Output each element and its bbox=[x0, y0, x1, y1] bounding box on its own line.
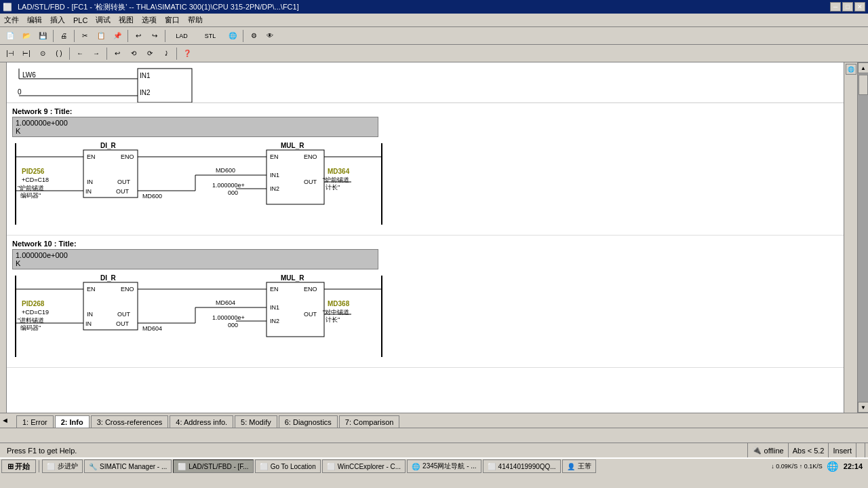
maximize-button[interactable]: □ bbox=[842, 2, 853, 12]
network-10-fbd: DI_R EN ENO IN OUT MUL_R EN ENO IN1 OUT … bbox=[12, 272, 399, 360]
taskbar-item-8-label: 王芾 bbox=[578, 462, 591, 471]
compile-btn[interactable]: LAD bbox=[168, 29, 195, 43]
tab-info[interactable]: 2: Info bbox=[55, 415, 90, 428]
tb2-btn7[interactable]: ↩ bbox=[110, 46, 125, 61]
scroll-thumb[interactable] bbox=[859, 75, 868, 95]
taskbar-item-3-label: LAD/STL/FBD - [F... bbox=[189, 463, 248, 470]
scroll-track[interactable] bbox=[858, 73, 868, 402]
menu-help[interactable]: 帮助 bbox=[184, 14, 207, 26]
network-icon[interactable]: 🌐 bbox=[846, 64, 856, 75]
taskbar-item-7[interactable]: ⬜ 41414019990QQ... bbox=[483, 459, 561, 473]
stl-btn[interactable]: STL bbox=[197, 29, 224, 43]
taskbar-item-6[interactable]: 🌐 2345网址导航 - ... bbox=[407, 459, 481, 473]
start-button[interactable]: ⊞ 开始 bbox=[1, 459, 36, 473]
sep5 bbox=[243, 30, 243, 42]
svg-text:1.000000e+: 1.000000e+ bbox=[212, 182, 245, 189]
online-btn[interactable]: 🌐 bbox=[225, 29, 240, 43]
taskbar-item-5[interactable]: ⬜ WinCCExplorer - C... bbox=[322, 459, 406, 473]
taskbar-item-1[interactable]: ⬜ 步进炉 bbox=[42, 459, 83, 473]
tab-comparison[interactable]: 7: Comparison bbox=[339, 415, 400, 428]
left-panel bbox=[0, 62, 7, 413]
svg-text:OUT: OUT bbox=[116, 320, 130, 327]
network-10-header: Network 10 : Title: bbox=[12, 240, 838, 248]
taskbar-item-2[interactable]: 🔧 SIMATIC Manager - ... bbox=[84, 459, 172, 473]
network-9-comment: 1.000000e+000 K bbox=[12, 117, 378, 137]
tb2-btn10[interactable]: ⤸ bbox=[159, 46, 174, 61]
menu-file[interactable]: 文件 bbox=[0, 14, 23, 26]
vertical-scrollbar[interactable]: ▲ ▼ bbox=[857, 62, 868, 413]
tb2-btn1[interactable]: |⊣ bbox=[3, 46, 18, 61]
tab-modify[interactable]: 5: Modify bbox=[235, 415, 277, 428]
svg-text:MD604: MD604 bbox=[216, 299, 235, 306]
undo-btn[interactable]: ↩ bbox=[131, 29, 146, 43]
tb2-btn6[interactable]: → bbox=[89, 46, 104, 61]
redo-btn[interactable]: ↪ bbox=[147, 29, 162, 43]
partial-top-network: LW6 IN1 0 IN2 bbox=[7, 62, 844, 103]
minimize-button[interactable]: ─ bbox=[830, 2, 841, 12]
editor-area[interactable]: LW6 IN1 0 IN2 Network 9 : Title: 1.00000… bbox=[7, 62, 844, 413]
tb2-btn5[interactable]: ← bbox=[73, 46, 87, 61]
svg-text:OUT: OUT bbox=[304, 311, 317, 318]
taskbar-item-7-icon: ⬜ bbox=[488, 463, 496, 470]
debug-btn[interactable]: ⚙ bbox=[246, 29, 261, 43]
svg-text:MD368: MD368 bbox=[328, 300, 350, 307]
taskbar-item-8[interactable]: 👤 王芾 bbox=[562, 459, 596, 473]
close-button[interactable]: ✕ bbox=[854, 2, 865, 12]
svg-text:EN: EN bbox=[270, 153, 279, 160]
tab-error[interactable]: 1: Error bbox=[16, 415, 54, 428]
menu-options[interactable]: 选项 bbox=[138, 14, 161, 26]
tb2-btn9[interactable]: ⟳ bbox=[142, 46, 157, 61]
tb2-btn3[interactable]: ⊙ bbox=[35, 46, 50, 61]
sep2 bbox=[74, 30, 75, 42]
status-bar: Press F1 to get Help. 🔌 offline Abs < 5.… bbox=[0, 443, 868, 457]
title-text: LAD/STL/FBD - [FC1 - '检测转换' -- THLA\SIMA… bbox=[18, 2, 299, 12]
menu-debug[interactable]: 调试 bbox=[92, 14, 115, 26]
svg-text:MD600: MD600 bbox=[216, 167, 235, 174]
svg-text:编码器": 编码器" bbox=[20, 192, 41, 199]
taskbar-item-3[interactable]: ⬜ LAD/STL/FBD - [F... bbox=[173, 459, 253, 473]
svg-text:ENO: ENO bbox=[304, 286, 317, 293]
copy-btn[interactable]: 📋 bbox=[94, 29, 108, 43]
print-btn[interactable]: 🖨 bbox=[56, 29, 71, 43]
tb2-btn8[interactable]: ⟲ bbox=[126, 46, 141, 61]
tray-icon-globe[interactable]: 🌐 bbox=[827, 461, 838, 472]
new-btn[interactable]: 📄 bbox=[3, 29, 18, 43]
taskbar-item-4[interactable]: ⬜ Go To Location bbox=[255, 459, 321, 473]
network-10-svg: DI_R EN ENO IN OUT MUL_R EN ENO IN1 OUT … bbox=[12, 272, 399, 360]
network-10-section: Network 10 : Title: 1.000000e+000 K DI_R… bbox=[7, 236, 844, 368]
cut-btn[interactable]: ✂ bbox=[77, 29, 92, 43]
menu-view[interactable]: 视图 bbox=[115, 14, 138, 26]
status-value: offline bbox=[764, 447, 784, 455]
online-status: 🔌 offline bbox=[748, 443, 789, 457]
tb2-btn11[interactable]: ❓ bbox=[180, 46, 195, 61]
tab-cross-ref[interactable]: 3: Cross-references bbox=[91, 415, 169, 428]
svg-text:EN: EN bbox=[87, 153, 96, 160]
tb2-btn4[interactable]: ( ) bbox=[52, 46, 66, 61]
network-speed-text: ↓ 0.09K/S ↑ 0.1K/S bbox=[771, 463, 823, 470]
monitor-btn[interactable]: 👁 bbox=[262, 29, 277, 43]
taskbar-item-7-label: 41414019990QQ... bbox=[498, 463, 556, 470]
paste-btn[interactable]: 📌 bbox=[110, 29, 125, 43]
tab-address-info[interactable]: 4: Address info. bbox=[170, 415, 233, 428]
svg-text:0: 0 bbox=[18, 88, 22, 96]
menu-plc[interactable]: PLC bbox=[69, 15, 92, 26]
save-btn[interactable]: 💾 bbox=[35, 29, 50, 43]
scroll-up-btn[interactable]: ▲ bbox=[858, 62, 868, 73]
tb2-btn2[interactable]: ⊢| bbox=[19, 46, 34, 61]
tb2-sep2 bbox=[106, 48, 107, 60]
svg-text:IN: IN bbox=[85, 320, 92, 327]
taskbar-item-6-icon: 🌐 bbox=[412, 463, 420, 470]
scroll-down-btn[interactable]: ▼ bbox=[858, 402, 868, 413]
svg-text:MD600: MD600 bbox=[142, 193, 162, 200]
main-area: LW6 IN1 0 IN2 Network 9 : Title: 1.00000… bbox=[0, 62, 868, 413]
open-btn[interactable]: 📂 bbox=[19, 29, 34, 43]
taskbar-item-8-icon: 👤 bbox=[567, 463, 575, 470]
menu-edit[interactable]: 编辑 bbox=[23, 14, 46, 26]
svg-text:MD604: MD604 bbox=[142, 325, 162, 332]
tab-scroll-left[interactable]: ◄ bbox=[1, 413, 15, 428]
menu-window[interactable]: 窗口 bbox=[161, 14, 184, 26]
svg-text:+CD=C18: +CD=C18 bbox=[22, 176, 49, 183]
menu-insert[interactable]: 插入 bbox=[46, 14, 69, 26]
tab-diagnostics[interactable]: 6: Diagnostics bbox=[279, 415, 338, 428]
start-icon: ⊞ bbox=[7, 462, 14, 471]
